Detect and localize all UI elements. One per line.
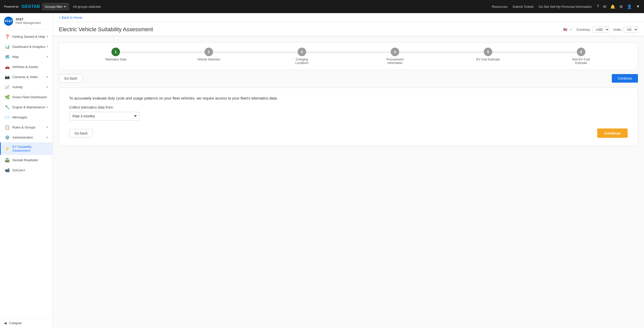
form-section: To accurately evaluate duty cycle and us… xyxy=(59,88,638,146)
mail-icon[interactable]: ✉ xyxy=(603,4,606,9)
map-chevron-icon: ▼ xyxy=(46,55,49,58)
breadcrumb-bar: < Back to Home xyxy=(53,13,644,22)
submit-tickets-link[interactable]: Submit Tickets xyxy=(512,5,534,9)
roadside-label: Geotab Roadside xyxy=(12,158,38,162)
engine-chevron-icon: ▼ xyxy=(46,106,49,109)
messages-icon: ✉️ xyxy=(5,115,10,120)
wizard-nav-top: Go back Continue xyxy=(59,74,638,83)
topbar-right: Resources Submit Tickets Do Not Sell My … xyxy=(492,4,640,9)
topbar-icons: ? ✉ 🔔 ⚙ 👤 ▼ xyxy=(597,4,640,9)
content-area: 1 Telematics Data 2 Vehicle Selection 3 xyxy=(53,36,644,152)
step-3: 3 Charging Locations xyxy=(255,48,348,65)
step-2-circle: 2 xyxy=(205,48,213,56)
dashboard-chevron-icon: ▼ xyxy=(46,45,49,48)
continue-form-button[interactable]: Continue xyxy=(597,128,628,138)
collapse-button[interactable]: ◀ Collapse xyxy=(0,318,53,328)
getting-started-label: Getting Started & Help xyxy=(12,35,45,39)
att-logo-circle: AT&T xyxy=(4,17,13,26)
step-1-circle: 1 xyxy=(111,48,120,56)
step-1: 1 Telematics Data xyxy=(69,48,162,61)
vehicles-label: Vehicles & Assets xyxy=(12,65,38,69)
resources-link[interactable]: Resources xyxy=(492,5,507,9)
step-wrapper: 1 Telematics Data 2 Vehicle Selection 3 xyxy=(69,48,628,65)
step-1-label: Telematics Data xyxy=(105,58,126,61)
continue-top-button[interactable]: Continue xyxy=(612,74,638,83)
ev-label: EV Suitability Assessment xyxy=(12,145,49,152)
user-icon[interactable]: 👤 xyxy=(627,4,632,9)
main-content: < Back to Home Electric Vehicle Suitabil… xyxy=(53,13,644,328)
admin-chevron-icon: ▼ xyxy=(46,136,49,139)
geotab-logo: GEOTAB xyxy=(22,4,40,9)
cameras-label: Cameras & Video xyxy=(12,75,38,79)
activity-icon: 📈 xyxy=(5,84,10,89)
step-6-label: Non-EV Cost Estimate xyxy=(569,58,594,65)
step-2: 2 Vehicle Selection xyxy=(162,48,255,61)
dashboard-label: Dashboard & Analytics xyxy=(12,45,45,49)
sidebar-item-cameras[interactable]: 📷 Cameras & Video ▼ xyxy=(0,72,53,82)
sidebar-item-vehicles[interactable]: 🚗 Vehicles & Assets xyxy=(0,62,53,72)
page-header: Electric Vehicle Suitability Assessment … xyxy=(53,22,644,36)
rules-label: Rules & Groups xyxy=(12,125,35,129)
admin-icon: ⚙️ xyxy=(5,135,10,140)
telematics-period-select[interactable]: Past 1 month Past 3 months Past 6 months… xyxy=(69,112,140,120)
page-title: Electric Vehicle Suitability Assessment xyxy=(59,26,153,33)
sidebar-item-ev-suitability[interactable]: ⚡ EV Suitability Assessment xyxy=(0,142,53,155)
go-back-top-button[interactable]: Go back xyxy=(59,74,83,83)
sidebar-item-rules[interactable]: 📋 Rules & Groups ▼ xyxy=(0,122,53,132)
sidebar-item-getting-started[interactable]: ❓ Getting Started & Help ▼ xyxy=(0,31,53,42)
step-4: 4 Procurement Information xyxy=(348,48,441,65)
map-icon: 🗺️ xyxy=(5,54,10,59)
help-icon[interactable]: ? xyxy=(597,4,599,9)
gocam-icon: 📹 xyxy=(5,168,10,173)
green-fleet-label: Green Fleet Dashboard xyxy=(12,95,47,99)
step-4-circle: 4 xyxy=(391,48,399,56)
step-6: 6 Non-EV Cost Estimate xyxy=(535,48,628,65)
sidebar-item-green-fleet[interactable]: 🌿 Green Fleet Dashboard xyxy=(0,92,53,102)
rules-chevron-icon: ▼ xyxy=(46,126,49,129)
units-select[interactable]: US xyxy=(624,26,638,33)
units-selector: Units: US xyxy=(613,26,638,33)
do-not-sell-link[interactable]: Do Not Sell My Personal Information xyxy=(539,5,592,9)
activity-label: Activity xyxy=(12,85,23,89)
collapse-arrow-icon: ◀ xyxy=(4,321,7,325)
green-fleet-icon: 🌿 xyxy=(5,94,10,100)
map-label: Map xyxy=(12,55,19,59)
sidebar-item-activity[interactable]: 📈 Activity ▼ xyxy=(0,82,53,92)
sidebar-item-dashboard[interactable]: 📊 Dashboard & Analytics ▼ xyxy=(0,42,53,52)
sidebar-logo: AT&T AT&T Fleet Management xyxy=(0,13,53,29)
flag-icon: 🇺🇸 xyxy=(563,28,567,31)
sidebar-item-engine[interactable]: 🔧 Engine & Maintenance ▼ xyxy=(0,102,53,112)
groups-filter-button[interactable]: Groups filter ▼ xyxy=(42,3,69,10)
getting-started-chevron-icon: ▼ xyxy=(46,35,49,38)
go-back-form-button[interactable]: Go back xyxy=(69,129,93,138)
cameras-chevron-icon: ▼ xyxy=(46,76,49,78)
currency-select[interactable]: USD xyxy=(593,26,609,33)
step-3-circle: 3 xyxy=(298,48,306,56)
user-chevron-icon[interactable]: ▼ xyxy=(636,4,640,9)
activity-chevron-icon: ▼ xyxy=(46,86,49,88)
settings-gear-icon[interactable]: ⚙ xyxy=(619,4,623,9)
sidebar-item-gocam[interactable]: 📹 GoCam+ xyxy=(0,165,53,175)
rules-icon: 📋 xyxy=(5,125,10,130)
dashboard-icon: 📊 xyxy=(5,44,10,49)
topbar: Powered by GEOTAB Groups filter ▼ All gr… xyxy=(0,0,644,13)
sidebar-item-geotab-roadside[interactable]: 🛣️ Geotab Roadside xyxy=(0,155,53,165)
sidebar-item-map[interactable]: 🗺️ Map ▼ xyxy=(0,52,53,62)
header-options: 🇺🇸 ✓ Currency: USD Units: US xyxy=(563,26,638,33)
flag-check-icon: ✓ xyxy=(569,27,572,31)
engine-icon: 🔧 xyxy=(5,105,10,110)
all-groups-label: All groups selected xyxy=(73,5,101,9)
logo-text: AT&T Fleet Management xyxy=(16,18,41,25)
step-2-label: Vehicle Selection xyxy=(197,58,220,61)
groups-filter-caret-icon: ▼ xyxy=(64,5,66,8)
step-6-circle: 6 xyxy=(577,48,585,56)
getting-started-icon: ❓ xyxy=(5,34,10,39)
groups-filter-label: Groups filter xyxy=(45,5,63,9)
notification-bell-icon[interactable]: 🔔 xyxy=(610,4,615,9)
sidebar-item-administration[interactable]: ⚙️ Administration ▼ xyxy=(0,132,53,142)
sidebar-item-messages[interactable]: ✉️ Messages xyxy=(0,112,53,122)
collapse-label: Collapse xyxy=(9,321,22,325)
back-to-home-link[interactable]: < Back to Home xyxy=(59,16,82,19)
step-5-label: EV Cost Estimate xyxy=(476,58,500,61)
step-5: 5 EV Cost Estimate xyxy=(441,48,535,61)
